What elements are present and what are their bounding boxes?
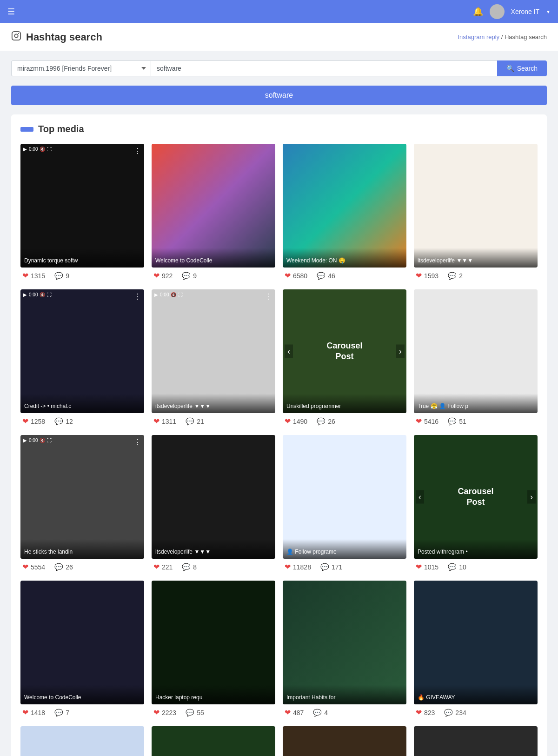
likes-stat: ❤ 5554 bbox=[22, 562, 45, 571]
media-thumbnail[interactable]: ▶ 0:00 🔇 ⛶ ⋮ He sticks the landin bbox=[20, 435, 144, 559]
bell-icon[interactable]: 🔔 bbox=[473, 7, 483, 17]
media-thumbnail[interactable]: Important Habits for bbox=[283, 581, 406, 704]
likes-count: 11828 bbox=[293, 563, 311, 571]
fullscreen-icon[interactable]: ⛶ bbox=[178, 292, 183, 297]
heart-icon: ❤ bbox=[153, 417, 159, 426]
video-controls: ▶ 0:00 🔇 ⛶ bbox=[154, 292, 183, 297]
media-caption: Posted withregram • bbox=[414, 539, 538, 559]
media-thumbnail[interactable]: 🔥 GIVEAWAY bbox=[414, 581, 538, 704]
media-thumbnail[interactable]: Hacker laptop requ bbox=[152, 581, 275, 704]
breadcrumb: Instagram reply / Hashtag search bbox=[458, 33, 547, 40]
likes-count: 1315 bbox=[31, 272, 45, 280]
likes-count: 487 bbox=[293, 709, 304, 716]
media-stats: ❤ 221 💬 8 bbox=[152, 559, 275, 573]
media-thumbnail[interactable]: ▶ 0:00 🔇 ⛶ ⋮ itsdeveloperlife ▼▼▼ bbox=[152, 289, 275, 413]
media-caption: Welcome to CodeColle bbox=[152, 248, 275, 268]
media-thumbnail[interactable]: 👤 Follow programe bbox=[283, 435, 406, 559]
media-thumbnail[interactable]: CarouselPost ‹ › Unskilled programmer bbox=[283, 289, 406, 413]
likes-stat: ❤ 823 bbox=[416, 708, 435, 717]
user-dropdown-icon[interactable]: ▼ bbox=[546, 9, 551, 14]
comments-stat: 💬 21 bbox=[186, 417, 204, 426]
media-stats: ❤ 1258 💬 12 bbox=[20, 413, 144, 428]
more-icon[interactable]: ⋮ bbox=[134, 292, 141, 301]
list-item: itsdeveloperlife ▼▼▼ ❤ 221 💬 8 bbox=[152, 435, 275, 573]
section-header: Top media bbox=[20, 124, 538, 134]
more-icon[interactable]: ⋮ bbox=[265, 292, 272, 301]
likes-count: 5554 bbox=[31, 563, 45, 571]
tag-banner: software bbox=[11, 86, 547, 105]
comments-count: 26 bbox=[66, 563, 73, 571]
search-icon: 🔍 bbox=[506, 65, 514, 72]
video-time: 0:00 bbox=[160, 292, 169, 297]
comments-stat: 💬 2 bbox=[448, 272, 463, 280]
breadcrumb-separator: / bbox=[501, 33, 505, 40]
play-icon[interactable]: ▶ bbox=[23, 147, 27, 152]
volume-icon[interactable]: 🔇 bbox=[40, 147, 45, 152]
media-thumbnail[interactable]: itsdeveloperlife ▼▼▼ bbox=[152, 435, 275, 559]
volume-icon[interactable]: 🔇 bbox=[171, 292, 176, 297]
media-stats: ❤ 1490 💬 26 bbox=[283, 413, 406, 428]
media-thumbnail[interactable]: itsdeveloperlife ▼▼▼ bbox=[414, 144, 538, 268]
list-item: CarouselPost ‹ › #Werbung #ad 🍊 Yubico ❤… bbox=[152, 726, 275, 756]
media-thumbnail[interactable]: CarouselPost ‹ › Posted withregram • bbox=[414, 435, 538, 559]
media-thumbnail[interactable]: ▶ 0:00 🔇 ⛶ ⋮ Credit -> • michal.c bbox=[20, 289, 144, 413]
comments-stat: 💬 9 bbox=[182, 272, 197, 280]
carousel-label: CarouselPost bbox=[326, 341, 362, 362]
media-caption: Dynamic torque softw bbox=[20, 248, 144, 268]
hamburger-icon[interactable]: ☰ bbox=[7, 7, 15, 17]
heart-icon: ❤ bbox=[285, 271, 291, 280]
heart-icon: ❤ bbox=[285, 562, 291, 571]
more-icon[interactable]: ⋮ bbox=[134, 438, 141, 447]
search-button[interactable]: 🔍 Search bbox=[497, 60, 547, 76]
media-stats: ❤ 6580 💬 46 bbox=[283, 268, 406, 282]
media-thumbnail[interactable]: True 😤 👤 Follow p bbox=[414, 289, 538, 413]
likes-stat: ❤ 221 bbox=[153, 562, 173, 571]
media-thumbnail[interactable]: itsdeveloperlife ▼▼▼ bbox=[283, 726, 406, 756]
list-item: ▶ 0:00 🔇 ⛶ ⋮ Dynamic torque softw ❤ 1315… bbox=[20, 144, 144, 282]
comment-icon: 💬 bbox=[320, 563, 329, 571]
more-icon[interactable]: ⋮ bbox=[134, 147, 141, 155]
comments-stat: 💬 7 bbox=[54, 709, 69, 717]
comments-count: 4 bbox=[324, 709, 328, 716]
avatar bbox=[490, 4, 505, 19]
comment-icon: 💬 bbox=[186, 417, 194, 426]
carousel-left-arrow[interactable]: ‹ bbox=[285, 345, 293, 358]
media-thumbnail[interactable]: Welcome to CodeColle bbox=[152, 144, 275, 268]
play-icon[interactable]: ▶ bbox=[23, 292, 27, 297]
volume-icon[interactable]: 🔇 bbox=[40, 292, 45, 297]
likes-stat: ❤ 6580 bbox=[285, 271, 307, 280]
comments-stat: 💬 46 bbox=[317, 272, 335, 280]
media-thumbnail[interactable]: Weekend Mode: ON 🤤 bbox=[283, 144, 406, 268]
fullscreen-icon[interactable]: ⛶ bbox=[47, 292, 52, 297]
comments-count: 26 bbox=[328, 418, 335, 425]
media-thumbnail[interactable]: ▶ 0:00 🔇 ⛶ ⋮ Dynamic torque softw bbox=[20, 144, 144, 268]
comments-count: 9 bbox=[66, 272, 69, 280]
video-controls: ▶ 0:00 🔇 ⛶ bbox=[23, 147, 52, 152]
likes-count: 823 bbox=[424, 709, 435, 716]
play-icon[interactable]: ▶ bbox=[154, 292, 158, 297]
carousel-right-arrow[interactable]: › bbox=[396, 345, 405, 358]
likes-count: 2223 bbox=[162, 709, 176, 716]
fullscreen-icon[interactable]: ⛶ bbox=[47, 438, 52, 443]
likes-stat: ❤ 5416 bbox=[416, 417, 438, 426]
play-icon[interactable]: ▶ bbox=[23, 438, 27, 443]
likes-stat: ❤ 1258 bbox=[22, 417, 45, 426]
list-item: 🔥 GIVEAWAY ❤ 823 💬 234 bbox=[414, 581, 538, 719]
comments-stat: 💬 8 bbox=[182, 563, 197, 571]
breadcrumb-link[interactable]: Instagram reply bbox=[458, 33, 499, 40]
fullscreen-icon[interactable]: ⛶ bbox=[47, 147, 52, 152]
media-thumbnail[interactable]: • . . . . Credits bbox=[414, 726, 538, 756]
volume-icon[interactable]: 🔇 bbox=[40, 438, 45, 443]
media-thumbnail[interactable]: Welcome to CodeColle bbox=[20, 581, 144, 704]
account-select[interactable]: mirazmm.1996 [Friends Forever] bbox=[11, 60, 151, 76]
likes-count: 1311 bbox=[162, 418, 176, 425]
carousel-right-arrow[interactable]: › bbox=[527, 490, 536, 504]
svg-point-3 bbox=[14, 34, 18, 37]
search-input[interactable] bbox=[151, 60, 497, 76]
carousel-left-arrow[interactable]: ‹ bbox=[416, 490, 424, 504]
media-thumbnail[interactable]: Secondo alcune segna bbox=[20, 726, 144, 756]
user-name-label[interactable]: Xerone IT bbox=[511, 8, 539, 15]
media-thumbnail[interactable]: CarouselPost ‹ › #Werbung #ad 🍊 Yubico bbox=[152, 726, 275, 756]
likes-stat: ❤ 2223 bbox=[153, 708, 176, 717]
video-controls: ▶ 0:00 🔇 ⛶ bbox=[23, 438, 52, 443]
